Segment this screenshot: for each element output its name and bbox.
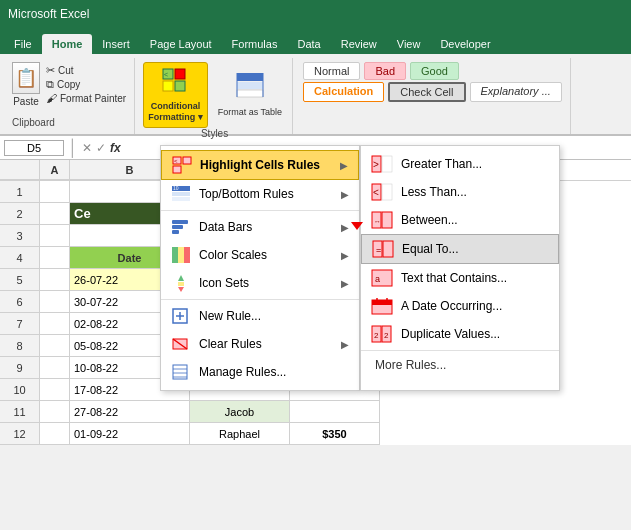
red-arrow-indicator bbox=[351, 222, 363, 230]
menu-item-data-bars[interactable]: Data Bars ▶ bbox=[161, 213, 359, 241]
tab-review[interactable]: Review bbox=[331, 34, 387, 54]
menu-item-clear-rules[interactable]: Clear Rules ▶ bbox=[161, 330, 359, 358]
style-good[interactable]: Good bbox=[410, 62, 459, 80]
color-scales-label: Color Scales bbox=[199, 248, 267, 262]
row-num-10: 10 bbox=[0, 379, 40, 401]
highlight-cells-icon: < bbox=[172, 156, 192, 174]
cell-a9[interactable] bbox=[40, 357, 70, 379]
cell-c12[interactable]: Raphael bbox=[190, 423, 290, 445]
cancel-icon[interactable]: ✕ bbox=[82, 141, 92, 155]
svg-rect-11 bbox=[183, 157, 191, 164]
svg-text:10: 10 bbox=[173, 185, 179, 191]
styles-group-label: Styles bbox=[201, 128, 228, 141]
formula-bar-separator: │ bbox=[68, 139, 78, 157]
conditional-formatting-group: < ConditionalFormatting ▾ Format as Tabl… bbox=[137, 58, 293, 134]
menu-item-top-bottom[interactable]: 10 Top/Bottom Rules ▶ bbox=[161, 180, 359, 208]
format-painter-icon: 🖌 bbox=[46, 92, 57, 104]
less-than-label: Less Than... bbox=[401, 185, 467, 199]
new-rule-icon bbox=[171, 307, 191, 325]
cell-a12[interactable] bbox=[40, 423, 70, 445]
svg-rect-46 bbox=[383, 241, 393, 257]
svg-rect-23 bbox=[184, 247, 190, 263]
tab-formulas[interactable]: Formulas bbox=[222, 34, 288, 54]
data-bars-label: Data Bars bbox=[199, 220, 252, 234]
cell-a3[interactable] bbox=[40, 225, 70, 247]
context-menus-overlay: < Highlight Cells Rules ▶ 10 Top/Bottom … bbox=[160, 145, 560, 391]
name-box[interactable] bbox=[4, 140, 64, 156]
svg-rect-40 bbox=[382, 184, 392, 200]
style-check-cell[interactable]: Check Cell bbox=[388, 82, 465, 102]
submenu-item-text-contains[interactable]: a Text that Contains... bbox=[361, 264, 559, 292]
conditional-formatting-icon: < bbox=[161, 67, 189, 101]
cut-icon: ✂ bbox=[46, 64, 55, 77]
between-icon: ↔ bbox=[371, 211, 393, 229]
svg-rect-6 bbox=[237, 82, 263, 89]
top-bottom-arrow: ▶ bbox=[341, 189, 349, 200]
format-as-table-button[interactable]: Format as Table bbox=[214, 68, 286, 121]
tab-insert[interactable]: Insert bbox=[92, 34, 140, 54]
submenu-item-less-than[interactable]: < Less Than... bbox=[361, 178, 559, 206]
style-explanatory[interactable]: Explanatory ... bbox=[470, 82, 562, 102]
cell-b11[interactable]: 27-08-22 bbox=[70, 401, 190, 423]
menu-item-color-scales[interactable]: Color Scales ▶ bbox=[161, 241, 359, 269]
format-painter-button[interactable]: 🖌 Format Painter bbox=[46, 92, 126, 104]
tab-file[interactable]: File bbox=[4, 34, 42, 54]
svg-text:<: < bbox=[164, 71, 168, 78]
cell-a6[interactable] bbox=[40, 291, 70, 313]
cell-a8[interactable] bbox=[40, 335, 70, 357]
cut-button[interactable]: ✂ Cut bbox=[46, 64, 126, 77]
submenu-item-date-occurring[interactable]: A Date Occurring... bbox=[361, 292, 559, 320]
paste-button[interactable]: 📋 Paste bbox=[12, 62, 40, 107]
menu-item-highlight-cells[interactable]: < Highlight Cells Rules ▶ bbox=[161, 150, 359, 180]
icon-sets-label: Icon Sets bbox=[199, 276, 249, 290]
clipboard-small-buttons: ✂ Cut ⧉ Copy 🖌 Format Painter bbox=[46, 64, 126, 104]
cell-a4[interactable] bbox=[40, 247, 70, 269]
style-bad[interactable]: Bad bbox=[364, 62, 406, 80]
submenu-item-equal-to[interactable]: = Equal To... bbox=[361, 234, 559, 264]
styles-row-1: Normal Bad Good bbox=[303, 62, 562, 80]
tab-developer[interactable]: Developer bbox=[430, 34, 500, 54]
svg-rect-37 bbox=[382, 156, 392, 172]
manage-rules-label: Manage Rules... bbox=[199, 365, 286, 379]
submenu-item-duplicate-values[interactable]: 2 2 Duplicate Values... bbox=[361, 320, 559, 348]
submenu-item-between[interactable]: ↔ Between... bbox=[361, 206, 559, 234]
submenu-item-greater-than[interactable]: > Greater Than... bbox=[361, 150, 559, 178]
tab-home[interactable]: Home bbox=[42, 34, 93, 54]
cell-a2[interactable] bbox=[40, 203, 70, 225]
menu-item-icon-sets[interactable]: Icon Sets ▶ bbox=[161, 269, 359, 297]
more-rules-item[interactable]: More Rules... bbox=[361, 353, 559, 377]
copy-button[interactable]: ⧉ Copy bbox=[46, 78, 126, 91]
svg-rect-51 bbox=[372, 300, 392, 305]
format-painter-label: Format Painter bbox=[60, 93, 126, 104]
style-normal[interactable]: Normal bbox=[303, 62, 360, 80]
row-num-1: 1 bbox=[0, 181, 40, 203]
cell-c11[interactable]: Jacob bbox=[190, 401, 290, 423]
menu-item-manage-rules[interactable]: Manage Rules... bbox=[161, 358, 359, 386]
svg-rect-12 bbox=[173, 166, 181, 173]
cell-d12[interactable]: $350 bbox=[290, 423, 380, 445]
format-as-table-label: Format as Table bbox=[218, 107, 282, 118]
row-num-8: 8 bbox=[0, 335, 40, 357]
tab-view[interactable]: View bbox=[387, 34, 431, 54]
confirm-icon[interactable]: ✓ bbox=[96, 141, 106, 155]
menu-item-new-rule[interactable]: New Rule... bbox=[161, 302, 359, 330]
icon-sets-arrow: ▶ bbox=[341, 278, 349, 289]
tab-data[interactable]: Data bbox=[287, 34, 330, 54]
cell-d11[interactable] bbox=[290, 401, 380, 423]
style-calculation[interactable]: Calculation bbox=[303, 82, 384, 102]
equal-to-icon: = bbox=[372, 240, 394, 258]
cell-a10[interactable] bbox=[40, 379, 70, 401]
duplicate-values-icon: 2 2 bbox=[371, 325, 393, 343]
formula-fx-icon[interactable]: fx bbox=[110, 141, 121, 155]
cell-a5[interactable] bbox=[40, 269, 70, 291]
row-num-12: 12 bbox=[0, 423, 40, 445]
cell-a11[interactable] bbox=[40, 401, 70, 423]
cell-a1[interactable] bbox=[40, 181, 70, 203]
less-than-icon: < bbox=[371, 183, 393, 201]
clipboard-group: 📋 Paste ✂ Cut ⧉ Copy 🖌 Format Painter Cl… bbox=[4, 58, 135, 134]
tab-page-layout[interactable]: Page Layout bbox=[140, 34, 222, 54]
cell-b12[interactable]: 01-09-22 bbox=[70, 423, 190, 445]
conditional-formatting-button[interactable]: < ConditionalFormatting ▾ bbox=[143, 62, 208, 128]
col-header-a: A bbox=[40, 160, 70, 180]
cell-a7[interactable] bbox=[40, 313, 70, 335]
